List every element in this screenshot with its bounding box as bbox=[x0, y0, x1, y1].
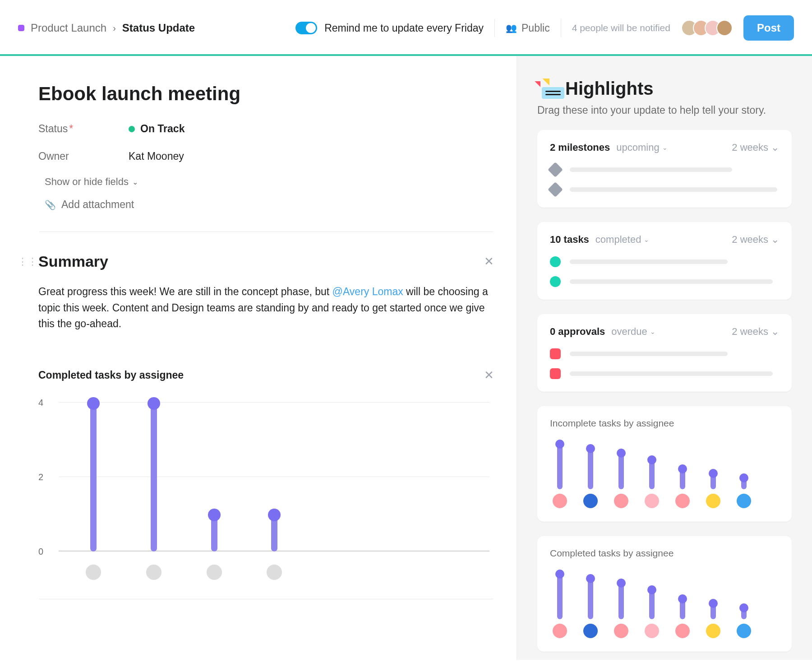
mini-chart-column bbox=[674, 599, 691, 639]
mini-chart-column bbox=[644, 590, 660, 639]
visibility-control[interactable]: 👥 Public bbox=[506, 22, 550, 34]
summary-header: ⋮⋮ Summary ✕ bbox=[38, 253, 494, 270]
owner-value[interactable]: Kat Mooney bbox=[129, 150, 494, 162]
highlights-icon bbox=[537, 79, 557, 99]
mini-chart-column bbox=[705, 603, 721, 639]
highlights-subtitle: Drag these into your update to help tell… bbox=[537, 104, 792, 116]
card-status-dropdown[interactable]: upcoming ⌄ bbox=[616, 142, 667, 153]
assignee-avatar[interactable] bbox=[644, 623, 660, 639]
card-row bbox=[550, 164, 779, 175]
highlight-card[interactable]: 2 milestones upcoming ⌄ 2 weeks ⌄ bbox=[537, 130, 792, 208]
mini-chart-title: Incomplete tasks by assignee bbox=[550, 418, 779, 429]
reminder-row: Remind me to update every Friday bbox=[295, 22, 484, 34]
highlight-card[interactable]: 10 tasks completed ⌄ 2 weeks ⌄ bbox=[537, 222, 792, 300]
card-row bbox=[550, 368, 779, 379]
assignee-avatar[interactable] bbox=[613, 493, 629, 509]
status-value[interactable]: On Track bbox=[129, 123, 494, 135]
page-title[interactable]: Ebook launch meeting bbox=[38, 83, 494, 105]
square-icon bbox=[550, 368, 561, 379]
assignee-avatar[interactable] bbox=[552, 493, 568, 509]
mini-chart-card[interactable]: Completed tasks by assignee bbox=[537, 536, 792, 652]
chevron-down-icon: ⌄ bbox=[132, 178, 138, 186]
reminder-label: Remind me to update every Friday bbox=[324, 22, 484, 34]
assignee-avatar[interactable] bbox=[582, 623, 599, 639]
circle-icon bbox=[550, 256, 561, 267]
card-timeframe-dropdown[interactable]: 2 weeks ⌄ bbox=[732, 326, 779, 338]
card-timeframe-dropdown[interactable]: 2 weeks ⌄ bbox=[732, 234, 779, 245]
assignee-avatar[interactable] bbox=[582, 493, 599, 509]
mini-chart-column bbox=[582, 579, 599, 639]
remove-section-button[interactable]: ✕ bbox=[484, 368, 494, 382]
summary-text[interactable]: Great progress this week! We are still i… bbox=[38, 284, 494, 332]
card-count: 0 approvals bbox=[550, 326, 605, 338]
show-hide-fields[interactable]: Show or hide fields ⌄ bbox=[45, 176, 494, 188]
highlight-card[interactable]: 0 approvals overdue ⌄ 2 weeks ⌄ bbox=[537, 314, 792, 392]
paperclip-icon: 📎 bbox=[45, 199, 56, 210]
fields-grid: Status* On Track Owner Kat Mooney bbox=[38, 123, 494, 162]
people-icon: 👥 bbox=[506, 23, 517, 33]
reminder-toggle[interactable] bbox=[295, 22, 317, 34]
assignee-avatar[interactable] bbox=[736, 623, 752, 639]
assignee-avatar[interactable] bbox=[206, 564, 223, 581]
card-row bbox=[550, 276, 779, 287]
mini-chart-column bbox=[736, 608, 752, 639]
avatar[interactable] bbox=[716, 20, 733, 36]
mini-chart-card[interactable]: Incomplete tasks by assignee bbox=[537, 406, 792, 522]
chevron-down-icon: ⌄ bbox=[644, 236, 649, 243]
breadcrumb-parent[interactable]: Product Launch bbox=[31, 22, 106, 34]
highlights-title: Highlights bbox=[565, 79, 654, 99]
remove-section-button[interactable]: ✕ bbox=[484, 255, 494, 269]
notified-avatars[interactable] bbox=[681, 20, 733, 36]
assignee-avatar[interactable] bbox=[85, 564, 102, 581]
visibility-label: Public bbox=[521, 22, 550, 34]
y-axis-tick: 4 bbox=[38, 397, 43, 408]
assignee-avatar[interactable] bbox=[145, 564, 162, 581]
assignee-avatar[interactable] bbox=[705, 623, 721, 639]
post-button[interactable]: Post bbox=[743, 15, 794, 41]
header-divider bbox=[561, 19, 561, 37]
assignee-avatar[interactable] bbox=[552, 623, 568, 639]
card-row bbox=[550, 184, 779, 195]
header-divider bbox=[494, 19, 495, 37]
mini-chart-column bbox=[613, 583, 629, 639]
header-bar: Product Launch › Status Update Remind me… bbox=[0, 0, 812, 56]
chart-bar bbox=[151, 403, 157, 551]
highlights-panel: Highlights Drag these into your update t… bbox=[517, 56, 812, 660]
mini-chart-column bbox=[674, 469, 691, 509]
notify-text: 4 people will be notified bbox=[572, 23, 670, 33]
section-divider bbox=[39, 232, 493, 232]
assignee-avatar[interactable] bbox=[674, 623, 691, 639]
placeholder-line bbox=[570, 352, 728, 356]
chevron-down-icon: ⌄ bbox=[650, 328, 655, 335]
chart-bar bbox=[90, 403, 97, 551]
owner-label: Owner bbox=[38, 150, 129, 162]
card-timeframe-dropdown[interactable]: 2 weeks ⌄ bbox=[732, 142, 779, 153]
section-divider bbox=[39, 599, 493, 599]
assignee-avatar[interactable] bbox=[266, 564, 283, 581]
mini-chart-title: Completed tasks by assignee bbox=[550, 548, 779, 559]
add-attachment[interactable]: 📎 Add attachment bbox=[45, 199, 494, 211]
mini-chart-column bbox=[644, 460, 660, 509]
mini-chart-column bbox=[705, 473, 721, 509]
card-count: 2 milestones bbox=[550, 142, 610, 153]
placeholder-line bbox=[570, 187, 777, 192]
assignee-avatar[interactable] bbox=[674, 493, 691, 509]
square-icon bbox=[550, 348, 561, 359]
card-row bbox=[550, 348, 779, 359]
chart-bar bbox=[271, 514, 277, 551]
mini-chart-column bbox=[582, 449, 599, 509]
y-axis-tick: 0 bbox=[38, 546, 43, 556]
mini-chart-column bbox=[552, 444, 568, 509]
assignee-avatar[interactable] bbox=[613, 623, 629, 639]
assignee-avatar[interactable] bbox=[736, 493, 752, 509]
assignee-avatar[interactable] bbox=[644, 493, 660, 509]
card-count: 10 tasks bbox=[550, 234, 589, 245]
card-status-dropdown[interactable]: overdue ⌄ bbox=[611, 326, 655, 338]
assignee-avatar[interactable] bbox=[705, 493, 721, 509]
drag-handle-icon[interactable]: ⋮⋮ bbox=[18, 256, 37, 268]
card-status-dropdown[interactable]: completed ⌄ bbox=[595, 234, 650, 245]
chart-header: Completed tasks by assignee ✕ bbox=[38, 368, 494, 382]
placeholder-line bbox=[570, 167, 732, 172]
user-mention[interactable]: @Avery Lomax bbox=[332, 286, 403, 297]
chart-bar bbox=[211, 514, 217, 551]
